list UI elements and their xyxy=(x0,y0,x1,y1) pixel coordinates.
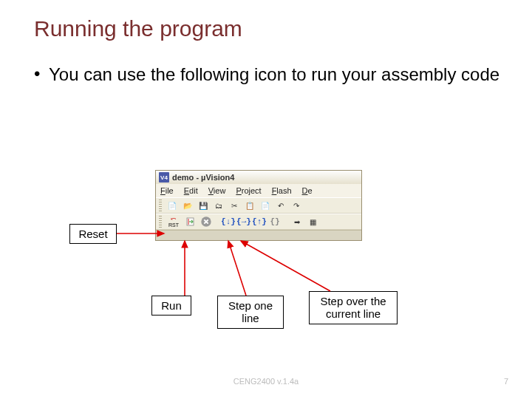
step-over-button[interactable]: {→} xyxy=(237,215,250,228)
menu-edit[interactable]: Edit xyxy=(184,186,198,195)
bullet-text: You can use the following icon to run yo… xyxy=(49,64,532,86)
open-file-icon[interactable]: 📂 xyxy=(181,199,194,212)
footer-center: CENG2400 v.1.4a xyxy=(0,377,532,386)
svg-line-5 xyxy=(241,241,330,291)
menu-file[interactable]: File xyxy=(160,186,174,195)
reset-arrow-icon: ⤺ xyxy=(171,216,177,222)
save-icon[interactable]: 💾 xyxy=(197,199,210,212)
reset-button[interactable]: ⤺ RST xyxy=(166,215,182,228)
toolbar-row-1: 📄 📂 💾 🗂 ✂ 📋 📄 ↶ ↷ xyxy=(156,197,361,214)
svg-line-4 xyxy=(228,241,246,296)
reset-label: RST xyxy=(168,222,179,228)
menu-flash[interactable]: Flash xyxy=(272,186,292,195)
show-next-icon[interactable]: ➡ xyxy=(290,215,304,228)
menubar: File Edit View Project Flash De xyxy=(156,184,361,197)
save-all-icon[interactable]: 🗂 xyxy=(212,199,225,212)
menu-view[interactable]: View xyxy=(208,186,226,195)
run-button[interactable] xyxy=(184,215,197,228)
callout-step-one: Step one line xyxy=(217,296,284,329)
uvision-window: V4 demo - µVision4 File Edit View Projec… xyxy=(155,170,362,241)
toolbar-grip-icon xyxy=(159,216,162,228)
menu-debug[interactable]: De xyxy=(302,186,313,195)
paste-icon[interactable]: 📄 xyxy=(259,199,272,212)
step-into-button[interactable]: {↓} xyxy=(222,215,235,228)
redo-icon[interactable]: ↷ xyxy=(290,199,303,212)
stop-button[interactable] xyxy=(200,215,213,228)
footer-page-number: 7 xyxy=(504,377,508,386)
slide-title: Running the program xyxy=(0,0,532,41)
callout-step-over: Step over the current line xyxy=(309,291,398,324)
bullet-block: • You can use the following icon to run … xyxy=(0,41,532,86)
window-bottom-strip xyxy=(156,230,361,240)
command-window-icon[interactable]: ▦ xyxy=(306,215,319,228)
callout-run: Run xyxy=(151,296,191,316)
new-file-icon[interactable]: 📄 xyxy=(166,199,179,212)
copy-icon[interactable]: 📋 xyxy=(243,199,256,212)
undo-icon[interactable]: ↶ xyxy=(274,199,287,212)
app-icon: V4 xyxy=(159,172,169,183)
step-out-button[interactable]: {↑} xyxy=(253,215,266,228)
bullet-marker: • xyxy=(34,64,49,86)
window-title: demo - µVision4 xyxy=(172,173,234,182)
cut-icon[interactable]: ✂ xyxy=(228,199,241,212)
toolbar-row-debug: ⤺ RST {↓} {→} {↑} {} ➡ ▦ xyxy=(156,214,361,230)
run-to-cursor-button[interactable]: {} xyxy=(268,215,282,228)
menu-project[interactable]: Project xyxy=(236,186,261,195)
toolbar-grip-icon xyxy=(159,200,162,211)
callout-reset: Reset xyxy=(69,224,117,244)
titlebar: V4 demo - µVision4 xyxy=(156,171,361,184)
